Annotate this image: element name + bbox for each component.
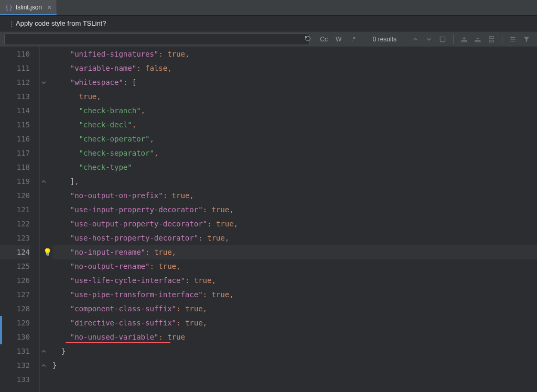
token-key: "no-output-rename" [70, 262, 150, 270]
line-number: 128 [0, 302, 30, 316]
token-punc: : [158, 333, 167, 341]
notification-bar[interactable]: ⋮ Apply code style from TSLint? [0, 16, 537, 31]
code-line[interactable]: "no-output-on-prefix": true, [52, 189, 537, 203]
code-line[interactable]: "directive-class-suffix": true, [52, 316, 537, 330]
line-number: 115 [0, 118, 30, 132]
find-input[interactable] [4, 34, 310, 45]
token-punc: : [176, 304, 185, 313]
filter-button[interactable] [520, 34, 533, 45]
token-kw: true [172, 191, 190, 200]
code-line[interactable]: true, [52, 90, 537, 104]
tab-filename: tslint.json [16, 4, 42, 11]
code-line[interactable]: "check-type" [52, 160, 537, 175]
token-kw: true [79, 92, 97, 101]
separator [453, 35, 454, 44]
editor[interactable]: 1101111121131141151161171181191201211221… [0, 47, 537, 392]
code-line[interactable]: "whitespace": [ [52, 75, 537, 90]
code-area[interactable]: "unified-signatures": true, "variable-na… [48, 47, 537, 392]
code-line[interactable]: "no-output-rename": true, [52, 259, 537, 274]
token-kw: true [167, 50, 185, 58]
token-bracket: ] [70, 177, 74, 186]
code-line[interactable]: "check-decl", [52, 118, 537, 132]
token-punc: , [225, 234, 229, 242]
code-line[interactable]: "use-input-property-decorator": true, [52, 203, 537, 217]
previous-search-icon[interactable] [305, 35, 311, 43]
remove-selection-button[interactable] [471, 34, 484, 45]
token-punc: : [123, 78, 132, 86]
line-number: 120 [0, 189, 30, 203]
fold-column[interactable] [40, 47, 48, 392]
code-line[interactable]: "use-host-property-decorator": true, [52, 231, 537, 245]
json-file-icon: { } [5, 4, 13, 11]
add-selection-button[interactable] [458, 34, 470, 45]
line-number: 125 [0, 259, 30, 274]
code-line[interactable]: } [52, 358, 537, 373]
token-kw: true [185, 304, 203, 313]
line-number: 132 [0, 358, 30, 373]
token-punc: , [211, 276, 216, 285]
token-kw: true [185, 319, 203, 327]
code-line[interactable]: "unified-signatures": true, [52, 47, 537, 61]
token-bracket: } [52, 361, 57, 369]
code-line[interactable]: "use-life-cycle-interface": true, [52, 274, 537, 288]
line-number: 117 [0, 146, 30, 160]
code-line[interactable]: "check-operator", [52, 132, 537, 146]
regex-toggle[interactable]: .* [347, 34, 360, 45]
line-number: 113 [0, 90, 30, 104]
line-number: 129 [0, 316, 30, 330]
token-punc: , [154, 149, 158, 157]
drag-handle-icon: ⋮ [8, 20, 10, 27]
words-toggle[interactable]: W [332, 34, 346, 45]
code-line[interactable]: "component-class-suffix": true, [52, 302, 537, 316]
find-options: Cc W .* [317, 34, 360, 45]
code-line[interactable]: "variable-name": false, [52, 61, 537, 75]
code-line[interactable]: "check-branch", [52, 104, 537, 118]
token-key: "unified-signatures" [70, 50, 159, 58]
code-line[interactable]: "use-pipe-transform-interface": true, [52, 288, 537, 302]
token-punc: : [203, 290, 212, 299]
code-line[interactable]: "no-unused-variable": true [52, 330, 537, 344]
token-key: "no-input-rename" [70, 248, 145, 256]
file-tab[interactable]: { } tslint.json × [0, 0, 57, 15]
code-line[interactable]: "use-output-property-decorator": true, [52, 217, 537, 231]
code-line[interactable]: 💡 "no-input-rename": true, [52, 245, 537, 259]
intention-bulb-icon[interactable]: 💡 [43, 245, 52, 259]
svg-rect-2 [440, 37, 445, 41]
token-punc: , [203, 319, 207, 327]
match-case-toggle[interactable]: Cc [317, 34, 331, 45]
close-icon[interactable]: × [45, 3, 51, 12]
token-kw: true [154, 248, 172, 256]
token-key: "whitespace" [70, 78, 123, 86]
code-line[interactable]: ], [52, 175, 537, 189]
line-number: 114 [0, 104, 30, 118]
select-all-occurrences-button[interactable] [436, 34, 449, 45]
token-punc: : [203, 205, 212, 214]
line-number: 131 [0, 344, 30, 358]
token-punc: , [149, 135, 154, 143]
token-kw: true [216, 220, 234, 228]
separator [502, 35, 502, 44]
find-settings-button[interactable] [507, 34, 519, 45]
prev-match-button[interactable] [409, 34, 422, 45]
token-punc: : [145, 248, 154, 256]
next-match-button[interactable] [423, 34, 435, 45]
token-kw: true [211, 205, 229, 214]
line-number: 116 [0, 132, 30, 146]
token-key: "no-unused-variable" [70, 333, 159, 341]
line-number: 133 [0, 373, 30, 387]
token-key: "use-output-property-decorator" [70, 220, 207, 228]
code-line[interactable]: } [52, 344, 537, 358]
line-number: 123 [0, 231, 30, 245]
token-punc: : [158, 50, 167, 58]
find-input-wrap: ▾ [4, 34, 315, 45]
token-punc: : [163, 191, 172, 200]
code-line[interactable]: "check-separator", [52, 146, 537, 160]
token-kw: true [194, 276, 212, 285]
find-nav [409, 34, 533, 45]
token-key: "no-output-on-prefix" [70, 191, 163, 200]
token-key: "use-input-property-decorator" [70, 205, 203, 214]
find-results-count: 0 results [362, 36, 407, 43]
select-all-button[interactable] [485, 34, 498, 45]
token-punc: : [149, 262, 158, 270]
code-line[interactable] [52, 373, 537, 387]
